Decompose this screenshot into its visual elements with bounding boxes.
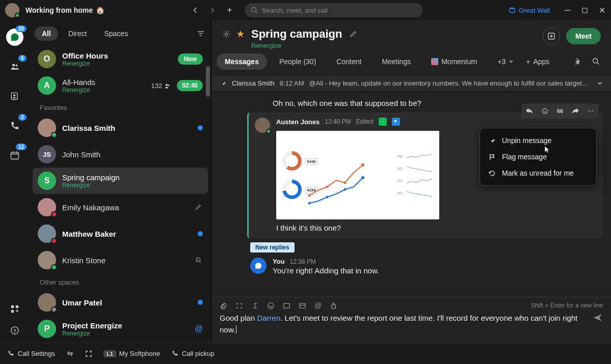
svg-point-20 — [361, 163, 364, 166]
dm-emily[interactable]: Emily Nakagawa — [33, 194, 208, 220]
pin-icon — [220, 80, 227, 87]
nav-forward-icon[interactable] — [208, 6, 217, 15]
call-settings-button[interactable]: Call Settings — [7, 350, 55, 357]
dm-clarissa[interactable]: Clarissa Smith — [33, 115, 208, 141]
format-icon[interactable] — [251, 302, 259, 310]
titlebar: Working from home 🏠 + Search, meet, and … — [0, 0, 611, 20]
global-search[interactable]: Search, meet, and call — [245, 3, 423, 17]
message-list[interactable]: Oh no, which one was that supposed to be… — [211, 92, 611, 297]
tab-content[interactable]: Content — [328, 53, 369, 70]
meet-button[interactable]: Meet — [566, 28, 601, 44]
filter-icon[interactable] — [197, 30, 205, 38]
message-time: 12:38 PM — [290, 258, 316, 265]
composer-input[interactable]: Good plan Darren. Let's meet to review t… — [220, 313, 587, 335]
contact-name: Umar Patel — [62, 298, 192, 307]
attach-icon[interactable] — [220, 302, 227, 310]
tab-all[interactable]: All — [35, 26, 58, 41]
org-icon — [509, 7, 516, 14]
mention-chip[interactable]: Darren — [257, 314, 280, 322]
mention-icon[interactable]: @ — [314, 301, 322, 310]
maximize-icon[interactable] — [581, 7, 589, 14]
pinned-message-bar[interactable]: Clarissa Smith 8:12 AM @All - Hey team, … — [211, 75, 611, 92]
nav-back-icon[interactable] — [191, 6, 200, 15]
space-office-hours[interactable]: O Office Hours Renergize Now — [33, 46, 208, 72]
svg-point-22 — [308, 194, 311, 197]
emoji-icon[interactable] — [267, 302, 275, 310]
ctx-unread[interactable]: Mark as unread for me — [480, 165, 596, 181]
space-title: Project Energize — [62, 321, 189, 330]
react-icon[interactable] — [538, 105, 552, 117]
rail-contacts[interactable] — [6, 88, 23, 105]
forward-icon[interactable] — [568, 105, 582, 117]
svg-rect-3 — [582, 8, 587, 13]
call-pickup-button[interactable]: Call pickup — [171, 350, 215, 357]
unread-dot — [198, 231, 203, 236]
search-placeholder: Search, meet, and call — [262, 7, 328, 14]
space-spring-campaign[interactable]: S Spring campaign Renergize — [33, 167, 208, 194]
softphone-button[interactable]: L1 My Softphone — [103, 350, 160, 357]
dm-john[interactable]: JS John Smith — [33, 141, 208, 167]
new-item-icon[interactable]: + — [225, 6, 234, 15]
chart-attachment[interactable]: 5430 4226 — [276, 131, 439, 219]
participant-count: 132 — [151, 82, 171, 90]
calendar-badge: 12 — [16, 144, 26, 150]
dm-matthew[interactable]: Matthew Baker — [33, 220, 208, 247]
contact-name: Clarissa Smith — [62, 124, 192, 132]
chevron-down-icon[interactable] — [597, 80, 603, 87]
tab-messages[interactable]: Messages — [217, 53, 267, 70]
flag-icon — [488, 153, 496, 161]
rail-teams[interactable]: 6 — [6, 58, 23, 75]
section-favorites: Favorites — [33, 99, 208, 115]
screenshot-icon[interactable] — [235, 302, 243, 310]
momentum-icon — [431, 58, 438, 65]
gif-icon[interactable] — [283, 302, 290, 310]
rail-apps-icon[interactable] — [9, 303, 21, 315]
space-title: Spring campaign — [62, 173, 203, 182]
search-in-space-icon[interactable] — [592, 57, 601, 66]
more-actions-icon[interactable]: ⋯ — [583, 105, 598, 117]
tab-meetings[interactable]: Meetings — [374, 53, 419, 70]
org-switcher[interactable]: Great Wall — [509, 7, 550, 14]
minimize-icon[interactable]: ─ — [564, 7, 571, 14]
dm-kristin[interactable]: Kristin Stone — [33, 247, 208, 273]
rail-help-icon[interactable]: ? — [9, 324, 21, 337]
ctx-unpin[interactable]: Unpin message — [480, 132, 596, 149]
tab-more[interactable]: +3 — [489, 53, 522, 70]
svg-point-21 — [361, 176, 364, 179]
space-all-hands[interactable]: A All-Hands Renergize 132 02:40 — [33, 72, 208, 99]
add-app-icon[interactable] — [543, 27, 560, 45]
star-icon[interactable] — [236, 30, 245, 39]
self-avatar[interactable] — [5, 3, 19, 17]
bitmoji-icon[interactable] — [330, 302, 337, 310]
send-icon[interactable] — [593, 313, 603, 323]
card-icon[interactable] — [299, 302, 306, 310]
tab-people[interactable]: People (30) — [271, 53, 324, 70]
tab-momentum[interactable]: Momentum — [423, 53, 485, 70]
reply-icon[interactable] — [522, 105, 537, 117]
quote-icon[interactable]: 66 — [553, 105, 567, 117]
contact-name: Kristin Stone — [62, 256, 189, 265]
tab-spaces[interactable]: Spaces — [97, 26, 135, 41]
tab-direct[interactable]: Direct — [61, 26, 94, 41]
svg-rect-8 — [11, 152, 19, 159]
pin-toggle-icon[interactable] — [573, 57, 582, 66]
rail-messaging[interactable]: 20 — [6, 29, 23, 46]
svg-point-4 — [12, 64, 15, 66]
space-project-energize[interactable]: P Project Energize Renergize @ — [33, 316, 208, 342]
nav-rail: 20 6 2 12 ? — [0, 20, 30, 343]
gear-icon[interactable] — [222, 30, 231, 39]
svg-rect-9 — [11, 305, 14, 308]
rail-calls[interactable]: 2 — [6, 117, 23, 134]
rail-calendar[interactable]: 12 — [6, 147, 23, 164]
add-apps-button[interactable]: +Apps — [526, 58, 549, 66]
ctx-flag[interactable]: Flag message — [480, 149, 596, 165]
edit-icon[interactable] — [349, 30, 357, 38]
message-text: I think it's this one? — [276, 223, 597, 232]
svg-point-25 — [308, 202, 311, 205]
svg-text:?: ? — [13, 328, 16, 333]
audio-settings-icon[interactable] — [66, 350, 74, 357]
dm-umar[interactable]: Umar Patel — [33, 289, 208, 316]
close-icon[interactable]: ✕ — [599, 7, 606, 14]
expand-icon[interactable] — [85, 350, 92, 357]
status-text[interactable]: Working from home 🏠 — [25, 6, 104, 14]
